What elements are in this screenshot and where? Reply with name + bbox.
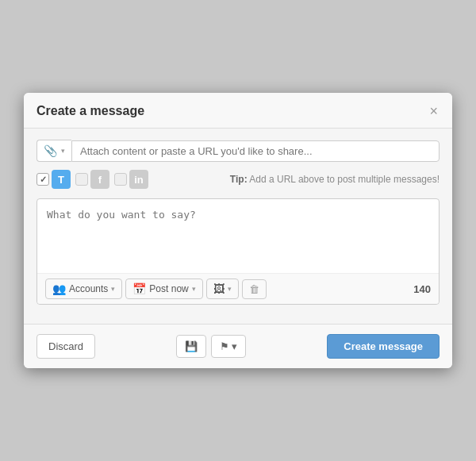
linkedin-icon[interactable]: in: [129, 170, 148, 189]
modal-footer: Discard 💾 ⚑ ▾ Create message: [24, 324, 452, 368]
linkedin-checkbox[interactable]: [114, 173, 127, 186]
checkmark-icon: ✓: [40, 175, 47, 185]
save-draft-button[interactable]: 💾: [176, 335, 206, 358]
calendar-icon: 📅: [132, 282, 146, 295]
post-now-label: Post now: [149, 283, 188, 294]
network-item-linkedin: in: [114, 170, 148, 189]
close-button[interactable]: ×: [428, 104, 440, 118]
modal-title: Create a message: [36, 104, 144, 118]
twitter-checkbox[interactable]: ✓: [36, 173, 49, 186]
post-now-caret: ▾: [192, 285, 196, 293]
message-textarea[interactable]: [37, 199, 439, 271]
flag-icon: ⚑: [220, 340, 229, 352]
accounts-icon: 👥: [52, 282, 66, 295]
network-item-facebook: f: [75, 170, 109, 189]
modal-header: Create a message ×: [24, 93, 452, 129]
accounts-label: Accounts: [69, 283, 108, 294]
attach-caret: ▾: [61, 147, 65, 155]
attach-button[interactable]: 📎 ▾: [36, 140, 71, 162]
tip-label: Tip:: [230, 174, 248, 185]
facebook-icon[interactable]: f: [90, 170, 109, 189]
attach-input[interactable]: [71, 140, 440, 162]
image-button[interactable]: 🖼 ▾: [206, 279, 239, 299]
paperclip-icon: 📎: [44, 144, 57, 157]
facebook-checkbox[interactable]: [75, 173, 88, 186]
post-now-button[interactable]: 📅 Post now ▾: [125, 279, 202, 299]
image-caret: ▾: [228, 285, 232, 293]
create-message-button[interactable]: Create message: [327, 334, 440, 359]
footer-center: 💾 ⚑ ▾: [176, 335, 246, 358]
attach-row: 📎 ▾: [36, 140, 440, 162]
tip-text: Add a URL above to post multiple message…: [248, 174, 440, 185]
message-toolbar: 👥 Accounts ▾ 📅 Post now ▾ 🖼 ▾ 🗑: [37, 273, 439, 304]
image-icon: 🖼: [213, 282, 225, 295]
flag-button[interactable]: ⚑ ▾: [211, 335, 246, 358]
network-row: ✓ T f in Tip: Add a URL above to post mu…: [36, 170, 440, 189]
discard-button[interactable]: Discard: [36, 334, 95, 359]
delete-button[interactable]: 🗑: [242, 279, 267, 299]
message-area: 👥 Accounts ▾ 📅 Post now ▾ 🖼 ▾ 🗑: [36, 198, 440, 305]
accounts-caret: ▾: [111, 285, 115, 293]
accounts-button[interactable]: 👥 Accounts ▾: [45, 279, 122, 299]
modal-body: 📎 ▾ ✓ T f in: [24, 129, 452, 324]
tip-area: Tip: Add a URL above to post multiple me…: [230, 174, 440, 185]
char-count: 140: [413, 283, 431, 295]
flag-caret: ▾: [232, 340, 237, 352]
modal-dialog: Create a message × 📎 ▾ ✓ T f: [24, 93, 452, 368]
save-draft-icon: 💾: [185, 340, 198, 352]
twitter-icon[interactable]: T: [52, 170, 71, 189]
network-item-twitter: ✓ T: [36, 170, 71, 189]
trash-icon: 🗑: [249, 283, 259, 295]
